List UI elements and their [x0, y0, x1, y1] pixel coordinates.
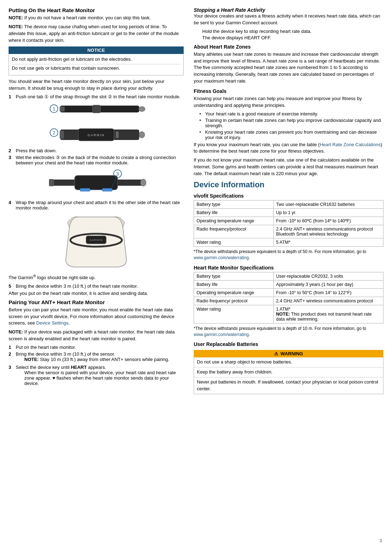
table-cell-label: Radio frequency/protocol [194, 225, 274, 238]
table-cell-label: Battery type [194, 272, 274, 280]
electrodes-diagram: 3 [9, 168, 184, 197]
fitness-bullet-3: • Knowing your heart rate zones can prev… [199, 129, 383, 140]
svg-rect-21 [49, 179, 54, 186]
warning-box: ⚠ WARNING Do not use a sharp object to r… [194, 350, 383, 394]
table-row: Battery typeUser-replaceable CR2032, 3 v… [194, 272, 383, 280]
hrm-specs-table: Battery typeUser-replaceable CR2032, 3 v… [194, 272, 383, 323]
putting-on-title: Putting On the Heart Rate Monitor [9, 7, 184, 13]
table-cell-value: Up to 1 yr. [273, 208, 383, 217]
table-cell-value: 1 ATM*NOTE: This product does not transm… [273, 305, 383, 323]
svg-text:2: 2 [53, 130, 55, 135]
svg-point-4 [139, 107, 145, 112]
batteries-title: User Replaceable Batteries [194, 341, 383, 347]
svg-text:GARMIN: GARMIN [88, 133, 105, 137]
table-cell-value: 5 ATM* [273, 238, 383, 246]
step-1-num: 1 [9, 94, 14, 99]
svg-text:3: 3 [116, 171, 119, 177]
pairing-step-1: 1 Put on the heart rate monitor. [9, 345, 184, 350]
table-row: Water rating5 ATM* [194, 238, 383, 246]
wear-text: You should wear the heart rate monitor d… [9, 78, 184, 92]
vivofit-specs-table: Battery typeTwo user-replaceable CR1632 … [194, 200, 383, 247]
vivofit-specs-title: vívofit Specifications [194, 193, 383, 199]
svg-rect-5 [93, 105, 100, 113]
garmin-note: The Garmin® logo should be right-side up… [9, 273, 184, 281]
hrm-specs-title: Heart Rate Monitor Specifications [194, 265, 383, 271]
table-cell-label: Operating temperature range [194, 288, 274, 297]
step-4-body: Wrap the strap around your chest and att… [16, 200, 184, 211]
device-settings-link[interactable]: Device Settings [36, 320, 68, 326]
fitness-bullet-1: • Your heart rate is a good measure of e… [199, 111, 383, 117]
table-row: Operating temperature rangeFrom -10° to … [194, 288, 383, 297]
page-number: 3 [379, 538, 382, 543]
vivofit-footnote: *The device withstands pressure equivale… [194, 249, 383, 261]
step-5-body: Bring the device within 3 m (10 ft.) of … [16, 283, 184, 289]
svg-rect-17 [102, 188, 112, 191]
pairing-step-3-num: 3 [9, 365, 14, 387]
step-4: 4 Wrap the strap around your chest and a… [9, 200, 184, 211]
pairing-step-2: 2 Bring the device within 3 m (10 ft.) o… [9, 351, 184, 363]
table-cell-label: Battery type [194, 200, 274, 208]
pairing-step-2-note: NOTE: Stay 10 m (33 ft.) away from other… [24, 357, 184, 362]
table-cell-value: User-replaceable CR2032, 3 volts [273, 272, 383, 280]
table-cell-value: From -10º to 60ºC (from 14º to 140ºF) [273, 217, 383, 225]
note-1: NOTE: If you do not have a heart rate mo… [9, 15, 184, 21]
table-row: Radio frequency/protocol2.4 GHz ANT+ wir… [194, 225, 383, 238]
warning-line-2: Keep the battery away from children. [194, 367, 383, 377]
device-info-title: Device Information [194, 180, 383, 189]
pairing-intro: Before you can pair your heart rate moni… [9, 307, 184, 327]
hrm-waterrating-link[interactable]: www.garmin.com/waterrating [194, 332, 249, 337]
table-cell-label: Radio frequency/ protocol [194, 297, 274, 305]
stopping-intro: Your device creates and saves a fitness … [194, 13, 383, 26]
step-3-num: 3 [9, 155, 14, 165]
left-column: Putting On the Heart Rate Monitor NOTE: … [9, 7, 184, 542]
note-2: NOTE: The device may cause chafing when … [9, 24, 184, 44]
svg-rect-12 [60, 131, 64, 139]
table-cell-label: Battery life [194, 208, 274, 217]
step-2-num: 2 [9, 148, 14, 153]
pairing-step-2-num: 2 [9, 351, 14, 363]
table-cell-value: Two user-replaceable CR1632 batteries [273, 200, 383, 208]
step-5: 5 Bring the device within 3 m (10 ft.) o… [9, 283, 184, 289]
table-cell-label: Water rating [194, 305, 274, 323]
fitness-bullet-2: • Training in certain heart rate zones c… [199, 118, 383, 128]
table-row: Radio frequency/ protocol2.4 GHz ANT+ wi… [194, 297, 383, 305]
hrz-calc-link[interactable]: Heart Rate Zone Calculations [320, 142, 381, 147]
svg-text:1: 1 [53, 106, 55, 112]
table-row: Operating temperature rangeFrom -10º to … [194, 217, 383, 225]
table-cell-value: 2.4 GHz ANT+ wireless communications pro… [273, 297, 383, 305]
stopping-bullet-1: Hold the device key to stop recording he… [202, 29, 383, 34]
svg-point-22 [140, 179, 146, 186]
svg-rect-11 [116, 132, 119, 138]
table-row: Water rating1 ATM*NOTE: This product doe… [194, 305, 383, 323]
pairing-step-1-num: 1 [9, 345, 14, 350]
fitness-goals-title: Fitness Goals [194, 88, 383, 94]
pairing-note: NOTE: If your device was packaged with a… [9, 329, 184, 342]
table-row: Battery lifeApproximately 3 years (1 hou… [194, 280, 383, 288]
table-cell-value: Approximately 3 years (1 hour per day) [273, 280, 383, 288]
step-2-body: Press the tab down. [16, 148, 184, 153]
heart-zones-title: About Heart Rate Zones [194, 44, 383, 50]
vivofit-waterrating-link[interactable]: www.garmin.com/waterrating [194, 255, 249, 260]
table-cell-label: Operating temperature range [194, 217, 274, 225]
warning-label: ⚠ WARNING [194, 350, 383, 357]
notice-body: Do not apply anti-friction gel or lubric… [9, 54, 184, 75]
notice-label: NOTICE [9, 46, 184, 54]
step-4-num: 4 [9, 200, 14, 211]
strap-diagram-1: 1 2 GARMIN [9, 102, 184, 145]
notice-line-1: Do not apply anti-friction gel or lubric… [12, 56, 180, 64]
table-cell-label: Water rating [194, 238, 274, 246]
svg-text:GARMIN: GARMIN [90, 239, 103, 241]
warning-text: WARNING [281, 351, 303, 356]
step-2: 2 Press the tab down. [9, 148, 184, 153]
step-3-body: Wet the electrodes ③ on the back of the … [16, 155, 184, 165]
stopping-title: Stopping a Heart Rate Activity [194, 7, 383, 13]
warning-line-1: Do not use a sharp object to remove batt… [194, 357, 383, 367]
svg-rect-3 [60, 107, 65, 112]
fitness-goals-intro: Knowing your heart rate zones can help y… [194, 95, 383, 109]
step5-after: After you put on the heart rate monitor,… [9, 290, 184, 297]
warning-triangle-icon: ⚠ [274, 351, 278, 356]
pairing-step-3: 3 Select the device key until HEART appe… [9, 365, 184, 387]
svg-point-13 [139, 132, 145, 138]
warning-line-3: Never put batteries in mouth. If swallow… [194, 377, 383, 394]
svg-rect-15 [75, 175, 118, 190]
